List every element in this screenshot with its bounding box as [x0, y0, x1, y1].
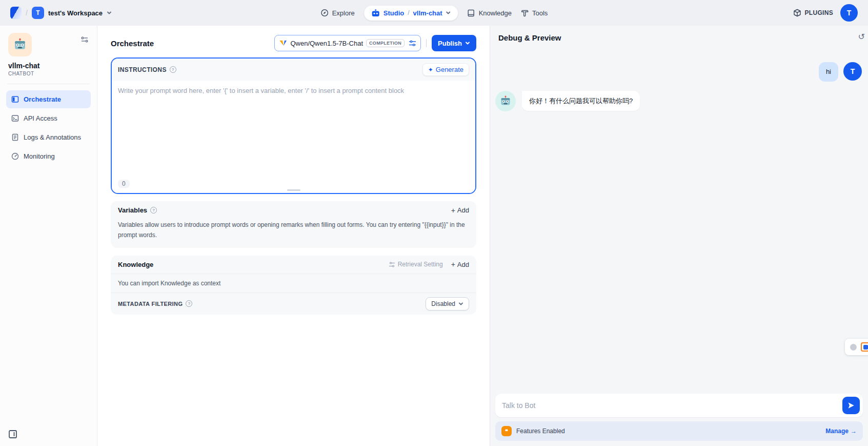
prompt-placeholder: Write your prompt word here, enter '{' t…	[118, 87, 469, 94]
knowledge-description: You can import Knowledge as context	[111, 274, 476, 293]
add-knowledge-button[interactable]: + Add	[451, 261, 469, 268]
help-icon[interactable]: ?	[186, 300, 192, 307]
nav-studio-label: Studio	[383, 9, 404, 17]
talk-to-bot-input[interactable]	[495, 394, 863, 417]
robot-emoji-icon	[13, 37, 27, 52]
app-type-badge: CHATBOT	[8, 71, 89, 76]
variables-header: Variables ? + Add	[111, 201, 476, 219]
collapse-sidebar-icon[interactable]	[8, 430, 17, 439]
add-variable-button[interactable]: + Add	[451, 206, 469, 214]
restart-conversation-icon[interactable]: ↺	[858, 32, 865, 42]
variables-title: Variables	[118, 206, 147, 214]
chevron-down-icon[interactable]	[107, 10, 112, 15]
terminal-icon	[11, 114, 19, 122]
sidebar-divider	[7, 84, 90, 84]
app-name: vllm-chat	[8, 62, 89, 70]
user-avatar[interactable]: T	[840, 4, 858, 22]
chevron-down-icon	[465, 41, 470, 46]
sidebar-item-label: Logs & Annotations	[24, 133, 81, 141]
send-icon	[847, 401, 855, 410]
nav-right: PLUGINS T	[793, 4, 858, 22]
nav-plugins-label: PLUGINS	[805, 9, 833, 16]
model-name: Qwen/Qwen1.5-7B-Chat	[290, 40, 363, 47]
debug-title: Debug & Preview	[498, 33, 561, 42]
features-bar: ❝ Features Enabled Manage →	[495, 421, 863, 441]
app-head	[6, 33, 91, 56]
sidebar-item-api-access[interactable]: API Access	[6, 109, 91, 127]
nav-tools[interactable]: Tools	[521, 9, 548, 17]
monitoring-gauge-icon	[11, 152, 19, 160]
nav-knowledge-label: Knowledge	[479, 9, 512, 17]
floating-extension-widget[interactable]	[845, 339, 868, 355]
sparkle-icon: ✦	[428, 66, 433, 73]
nav-studio-app-name: vllm-chat	[413, 9, 442, 17]
robot-icon	[371, 9, 380, 17]
chat-input-bar	[495, 394, 863, 417]
app-sidebar: vllm-chat CHATBOT Orchestrate API Access…	[0, 26, 97, 446]
nav-plugins[interactable]: PLUGINS	[793, 9, 833, 17]
metadata-filtering-row: METADATA FILTERING ? Disabled	[111, 293, 476, 315]
chat-message-assistant: 你好！有什么问题我可以帮助你吗?	[495, 91, 863, 111]
page-title: Orchestrate	[111, 39, 154, 48]
send-button[interactable]	[842, 397, 860, 414]
user-message-bubble: hi	[819, 62, 838, 82]
sidebar-item-orchestrate[interactable]: Orchestrate	[6, 90, 91, 108]
extension-icon	[861, 342, 868, 352]
generate-label: Generate	[436, 66, 463, 73]
sidebar-item-label: Monitoring	[24, 152, 55, 160]
instructions-panel: INSTRUCTIONS ? ✦ Generate Write your pro…	[111, 57, 476, 194]
widget-dot-icon	[850, 344, 857, 351]
studio-separator: /	[408, 9, 409, 16]
help-icon[interactable]: ?	[170, 66, 176, 73]
features-icon: ❝	[501, 426, 512, 436]
header-divider	[426, 39, 427, 47]
chat-area: hi T 你好！有什么问题我可以帮助你吗?	[490, 46, 868, 394]
publish-button[interactable]: Publish	[432, 35, 476, 51]
robot-emoji-icon	[499, 95, 512, 107]
add-label: Add	[457, 261, 469, 268]
chevron-down-icon[interactable]	[446, 10, 451, 15]
orchestrate-icon	[11, 95, 19, 103]
publish-label: Publish	[438, 40, 462, 47]
nav-explore-label: Explore	[332, 9, 355, 17]
debug-preview-panel: Debug & Preview ↺ hi T	[490, 26, 868, 446]
knowledge-section: Knowledge Retrieval Setting + Add You ca…	[111, 256, 476, 315]
metadata-filtering-title: METADATA FILTERING	[118, 301, 183, 307]
app-settings-icon[interactable]	[80, 36, 89, 43]
manage-features-link[interactable]: Manage →	[825, 428, 857, 435]
plus-icon: +	[451, 207, 455, 214]
variables-description: Variables allow users to introduce promp…	[111, 219, 476, 248]
sidebar-item-monitoring[interactable]: Monitoring	[6, 147, 91, 165]
help-icon[interactable]: ?	[150, 207, 157, 214]
nav-left: / T test's Workspace	[10, 7, 112, 19]
main-panel: Orchestrate Qwen/Qwen1.5-7B-Chat COMPLET…	[97, 26, 490, 446]
main-header: Orchestrate Qwen/Qwen1.5-7B-Chat COMPLET…	[111, 33, 476, 53]
workspace-avatar[interactable]: T	[32, 7, 44, 19]
model-params-icon[interactable]	[409, 40, 416, 47]
prompt-editor[interactable]: Write your prompt word here, enter '{' t…	[112, 81, 475, 193]
sidebar-item-label: API Access	[24, 114, 57, 122]
app-icon[interactable]	[8, 33, 32, 56]
retrieval-setting-button[interactable]: Retrieval Setting	[389, 261, 443, 268]
retrieval-setting-icon	[389, 261, 395, 268]
breadcrumb-separator: /	[26, 9, 28, 17]
generate-button[interactable]: ✦ Generate	[422, 63, 469, 76]
dify-logo[interactable]	[10, 7, 22, 19]
book-icon	[468, 9, 475, 17]
nav-studio-pill[interactable]: Studio / vllm-chat	[364, 6, 458, 21]
nav-explore[interactable]: Explore	[320, 9, 355, 17]
workspace-name[interactable]: test's Workspace	[48, 9, 103, 17]
metadata-filtering-dropdown[interactable]: Disabled	[426, 297, 469, 311]
arrow-right-icon: →	[851, 428, 857, 435]
nav-tools-label: Tools	[532, 9, 548, 17]
features-enabled-label: Features Enabled	[516, 428, 565, 435]
model-selector[interactable]: Qwen/Qwen1.5-7B-Chat COMPLETION	[274, 35, 421, 51]
sidebar-item-logs-annotations[interactable]: Logs & Annotations	[6, 128, 91, 146]
nav-knowledge[interactable]: Knowledge	[468, 9, 512, 17]
debug-header: Debug & Preview ↺	[490, 26, 868, 46]
bot-chat-avatar	[495, 91, 516, 111]
instructions-header: INSTRUCTIONS ? ✦ Generate	[112, 59, 475, 81]
resize-handle[interactable]	[287, 189, 300, 191]
plus-icon: +	[451, 261, 455, 268]
header-actions: Qwen/Qwen1.5-7B-Chat COMPLETION Publish	[274, 35, 476, 51]
